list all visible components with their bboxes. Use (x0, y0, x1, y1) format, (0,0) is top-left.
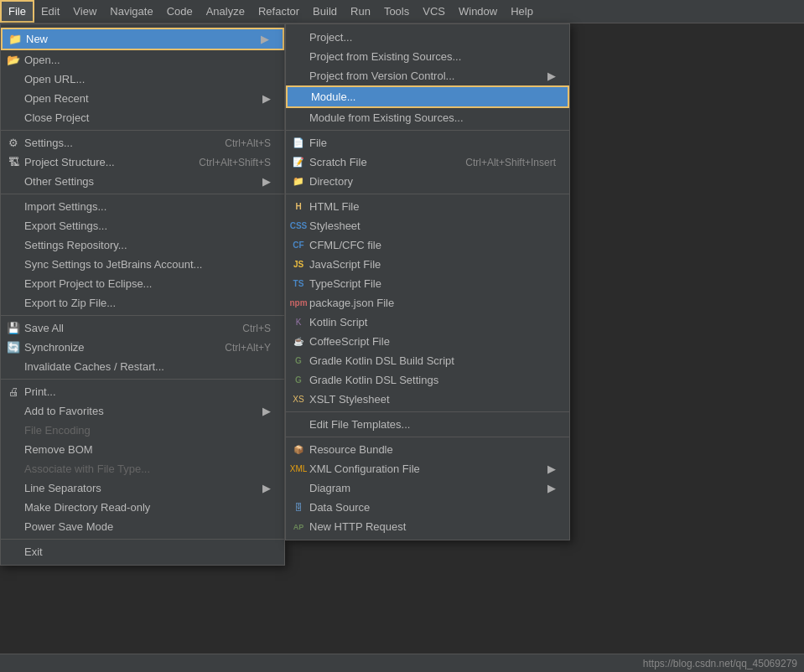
menu-item-settings[interactable]: ⚙ Settings... Ctrl+Alt+S (1, 133, 284, 152)
css-icon: CSS (291, 221, 306, 230)
menu-item-print[interactable]: 🖨 Print... (1, 382, 284, 401)
data-source-icon: 🗄 (291, 503, 306, 512)
menubar-navigate[interactable]: Navigate (103, 2, 159, 21)
print-icon: 🖨 (6, 385, 21, 398)
submenu-item-gradle-settings[interactable]: G Gradle Kotlin DSL Settings (286, 370, 569, 390)
menu-item-save-all[interactable]: 💾 Save All Ctrl+S (1, 318, 284, 338)
menu-item-associate-file-type: Associate with File Type... (1, 459, 284, 478)
scratch-file-icon: 📝 (291, 157, 306, 168)
menu-item-settings-repo[interactable]: Settings Repository... (1, 235, 284, 255)
settings-icon: ⚙ (6, 137, 21, 149)
arrow-icon: ▶ (262, 405, 271, 417)
gradle-icon: G (291, 356, 306, 365)
menu-item-export-settings[interactable]: Export Settings... (1, 216, 284, 235)
menu-item-make-dir-readonly[interactable]: Make Directory Read-only (1, 498, 284, 517)
arrow-icon: ▶ (547, 70, 556, 82)
arrow-icon: ▶ (262, 92, 271, 105)
resource-icon: 📦 (291, 445, 306, 454)
menu-item-open-url[interactable]: Open URL... (1, 70, 284, 89)
menu-item-export-zip[interactable]: Export to Zip File... (1, 293, 284, 313)
menu-item-invalidate-caches[interactable]: Invalidate Caches / Restart... (1, 357, 284, 376)
separator (1, 315, 284, 316)
submenu-item-gradle-build[interactable]: G Gradle Kotlin DSL Build Script (286, 351, 569, 370)
arrow-icon: ▶ (547, 463, 556, 475)
cfml-icon: CF (291, 240, 306, 250)
menubar: File Edit View Navigate Code Analyze Ref… (0, 0, 804, 23)
submenu-item-project-existing[interactable]: Project from Existing Sources... (286, 47, 569, 66)
menu-item-power-save-mode[interactable]: Power Save Mode (1, 517, 284, 536)
submenu-item-xml-config[interactable]: XML XML Configuration File ▶ (286, 459, 569, 478)
menu-item-sync-settings[interactable]: Sync Settings to JetBrains Account... (1, 255, 284, 274)
submenu-item-module[interactable]: Module... (286, 85, 569, 108)
submenu-item-js[interactable]: JS JavaScript File (286, 255, 569, 274)
submenu-item-stylesheet[interactable]: CSS Stylesheet (286, 216, 569, 235)
menu-item-project-structure[interactable]: 🏗 Project Structure... Ctrl+Alt+Shift+S (1, 152, 284, 172)
menubar-edit[interactable]: Edit (34, 2, 66, 21)
menubar-view[interactable]: View (66, 2, 103, 21)
submenu-item-project-vcs[interactable]: Project from Version Control... ▶ (286, 66, 569, 85)
menu-item-other-settings[interactable]: Other Settings ▶ (1, 172, 284, 191)
submenu-item-file[interactable]: 📄 File (286, 133, 569, 152)
menu-item-open-recent[interactable]: Open Recent ▶ (1, 89, 284, 108)
submenu-item-scratch-file[interactable]: 📝 Scratch File Ctrl+Alt+Shift+Insert (286, 152, 569, 172)
submenu-item-cfml[interactable]: CF CFML/CFC file (286, 235, 569, 255)
open-icon: 📂 (6, 54, 21, 66)
submenu-item-coffeescript[interactable]: ☕ CoffeeScript File (286, 332, 569, 351)
kotlin-icon: K (291, 318, 306, 327)
submenu-item-http-request[interactable]: AP New HTTP Request (286, 517, 569, 536)
submenu-item-project[interactable]: Project... (286, 28, 569, 47)
submenu-item-edit-templates[interactable]: Edit File Templates... (286, 415, 569, 434)
submenu-item-data-source[interactable]: 🗄 Data Source (286, 498, 569, 517)
menubar-refactor[interactable]: Refactor (252, 2, 306, 21)
new-submenu: Project... Project from Existing Sources… (285, 23, 570, 540)
submenu-item-ts[interactable]: TS TypeScript File (286, 274, 569, 293)
file-icon: 📄 (291, 137, 306, 148)
menu-item-remove-bom[interactable]: Remove BOM (1, 440, 284, 459)
gradle-settings-icon: G (291, 375, 306, 385)
arrow-icon: ▶ (261, 33, 269, 45)
submenu-item-html[interactable]: H HTML File (286, 197, 569, 216)
menu-item-close-project[interactable]: Close Project (1, 108, 284, 127)
menu-item-file-encoding: File Encoding (1, 421, 284, 440)
xml-icon: XML (291, 464, 306, 473)
submenu-item-module-existing[interactable]: Module from Existing Sources... (286, 108, 569, 127)
separator (1, 194, 284, 194)
xslt-icon: XS (291, 395, 306, 404)
new-icon: 📁 (8, 33, 23, 45)
menu-item-export-eclipse[interactable]: Export Project to Eclipse... (1, 274, 284, 293)
statusbar-url: https://blog.csdn.net/qq_45069279 (643, 658, 797, 669)
http-icon: AP (291, 523, 306, 531)
submenu-item-diagram[interactable]: Diagram ▶ (286, 478, 569, 498)
menu-item-synchronize[interactable]: 🔄 Synchronize Ctrl+Alt+Y (1, 338, 284, 357)
menubar-window[interactable]: Window (452, 2, 504, 21)
menu-item-line-separators[interactable]: Line Separators ▶ (1, 478, 284, 498)
submenu-item-resource-bundle[interactable]: 📦 Resource Bundle (286, 440, 569, 459)
submenu-item-directory[interactable]: 📁 Directory (286, 172, 569, 191)
arrow-icon: ▶ (262, 482, 271, 494)
html-icon: H (291, 202, 306, 211)
menubar-vcs[interactable]: VCS (416, 2, 452, 21)
menubar-tools[interactable]: Tools (377, 2, 416, 21)
separator (286, 130, 569, 131)
menubar-analyze[interactable]: Analyze (200, 2, 252, 21)
menubar-code[interactable]: Code (160, 2, 200, 21)
menu-item-exit[interactable]: Exit (1, 542, 284, 561)
menubar-run[interactable]: Run (344, 2, 377, 21)
submenu-item-package-json[interactable]: npm package.json File (286, 293, 569, 313)
menubar-file[interactable]: File (0, 0, 34, 23)
menu-item-new[interactable]: 📁 New ▶ (1, 28, 284, 50)
menu-item-import-settings[interactable]: Import Settings... (1, 197, 284, 216)
menu-item-add-to-favorites[interactable]: Add to Favorites ▶ (1, 401, 284, 421)
menu-item-open[interactable]: 📂 Open... (1, 50, 284, 70)
coffee-icon: ☕ (291, 337, 306, 346)
menubar-help[interactable]: Help (504, 2, 540, 21)
sync-icon: 🔄 (6, 341, 21, 354)
js-icon: JS (291, 260, 306, 269)
separator (286, 437, 569, 437)
save-icon: 💾 (6, 322, 21, 334)
submenu-item-xslt[interactable]: XS XSLT Stylesheet (286, 390, 569, 409)
ts-icon: TS (291, 279, 306, 288)
project-structure-icon: 🏗 (6, 156, 21, 168)
submenu-item-kotlin-script[interactable]: K Kotlin Script (286, 313, 569, 332)
menubar-build[interactable]: Build (306, 2, 344, 21)
